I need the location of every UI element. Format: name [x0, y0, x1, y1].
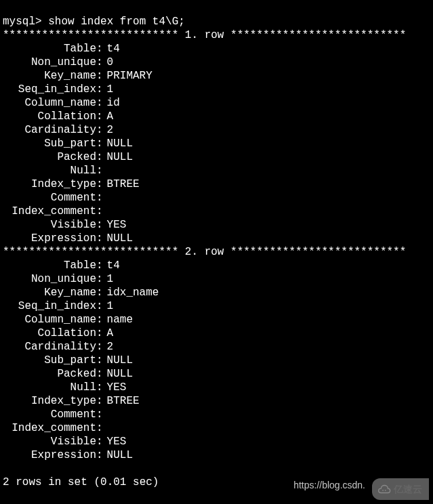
field-colon: :: [96, 205, 103, 218]
field-line: Packed:NULL: [3, 150, 430, 164]
field-colon: :: [96, 164, 103, 177]
field-value: 2: [103, 340, 114, 354]
field-colon: :: [96, 286, 103, 299]
field-line: Collation:A: [3, 327, 430, 340]
field-value: 1: [103, 83, 114, 96]
field-line: Null:YES: [3, 381, 430, 394]
prompt-line: mysql> show index from t4\G;: [3, 16, 185, 28]
field-key: Comment: [3, 408, 96, 421]
field-line: Comment:: [3, 191, 430, 205]
field-colon: :: [96, 367, 103, 381]
field-value: YES: [103, 218, 127, 232]
field-key: Seq_in_index: [3, 299, 96, 313]
field-key: Visible: [3, 218, 96, 232]
field-key: Expression: [3, 448, 96, 462]
summary-line: 2 rows in set (0.01 sec): [3, 476, 159, 488]
field-value: YES: [103, 435, 127, 448]
field-line: Index_type:BTREE: [3, 394, 430, 408]
field-colon: :: [96, 340, 103, 354]
field-colon: :: [96, 137, 103, 150]
field-value: YES: [103, 381, 127, 394]
field-value: idx_name: [103, 286, 159, 299]
field-line: Column_name:name: [3, 313, 430, 327]
field-value: NULL: [103, 354, 133, 367]
field-colon: :: [96, 354, 103, 367]
cloud-icon: [376, 484, 391, 495]
field-line: Table:t4: [3, 259, 430, 272]
field-line: Cardinality:2: [3, 340, 430, 354]
field-key: Key_name: [3, 286, 96, 299]
field-value: PRIMARY: [103, 69, 152, 83]
field-key: Cardinality: [3, 340, 96, 354]
field-colon: :: [96, 150, 103, 164]
field-colon: :: [96, 408, 103, 421]
field-colon: :: [96, 69, 103, 83]
brand-badge: 亿速云: [372, 478, 429, 500]
field-key: Visible: [3, 435, 96, 448]
field-value: BTREE: [103, 394, 140, 408]
field-colon: :: [96, 381, 103, 394]
field-line: Index_comment:: [3, 421, 430, 435]
field-colon: :: [96, 448, 103, 462]
field-line: Seq_in_index:1: [3, 83, 430, 96]
field-colon: :: [96, 232, 103, 245]
field-line: Sub_part:NULL: [3, 354, 430, 367]
field-line: Index_comment:: [3, 205, 430, 218]
field-key: Index_type: [3, 177, 96, 191]
row-separator: *************************** 1. row *****…: [3, 29, 406, 41]
svg-point-0: [382, 490, 384, 491]
field-key: Expression: [3, 232, 96, 245]
field-line: Key_name:idx_name: [3, 286, 430, 299]
field-colon: :: [96, 191, 103, 205]
field-key: Null: [3, 164, 96, 177]
field-key: Index_comment: [3, 205, 96, 218]
field-line: Column_name:id: [3, 96, 430, 110]
field-value: NULL: [103, 367, 133, 381]
field-key: Packed: [3, 150, 96, 164]
field-line: Comment:: [3, 408, 430, 421]
field-value: 0: [103, 56, 114, 69]
field-key: Column_name: [3, 313, 96, 327]
field-value: A: [103, 110, 114, 123]
field-value: t4: [103, 259, 120, 272]
result-rows: *************************** 1. row *****…: [3, 28, 430, 462]
field-colon: :: [96, 56, 103, 69]
field-colon: :: [96, 327, 103, 340]
field-key: Collation: [3, 327, 96, 340]
field-key: Index_comment: [3, 421, 96, 435]
field-value: NULL: [103, 448, 133, 462]
terminal-output: mysql> show index from t4\G; ***********…: [0, 0, 433, 504]
field-value: 2: [103, 123, 114, 137]
field-line: Collation:A: [3, 110, 430, 123]
field-line: Non_unique:1: [3, 272, 430, 286]
svg-point-1: [385, 490, 386, 491]
field-line: Visible:YES: [3, 218, 430, 232]
field-key: Collation: [3, 110, 96, 123]
field-line: Expression:NULL: [3, 232, 430, 245]
field-key: Key_name: [3, 69, 96, 83]
field-key: Null: [3, 381, 96, 394]
field-key: Non_unique: [3, 56, 96, 69]
field-colon: :: [96, 177, 103, 191]
field-line: Seq_in_index:1: [3, 299, 430, 313]
field-key: Seq_in_index: [3, 83, 96, 96]
field-value: name: [103, 313, 133, 327]
field-value: NULL: [103, 232, 133, 245]
field-colon: :: [96, 272, 103, 286]
field-key: Table: [3, 42, 96, 56]
field-colon: :: [96, 435, 103, 448]
field-colon: :: [96, 394, 103, 408]
field-value: A: [103, 327, 114, 340]
field-key: Cardinality: [3, 123, 96, 137]
field-colon: :: [96, 96, 103, 110]
field-colon: :: [96, 123, 103, 137]
field-key: Column_name: [3, 96, 96, 110]
field-colon: :: [96, 421, 103, 435]
field-line: Cardinality:2: [3, 123, 430, 137]
watermark-text: https://blog.csdn.: [293, 478, 365, 492]
field-colon: :: [96, 299, 103, 313]
field-line: Index_type:BTREE: [3, 177, 430, 191]
field-key: Table: [3, 259, 96, 272]
field-line: Sub_part:NULL: [3, 137, 430, 150]
field-colon: :: [96, 42, 103, 56]
